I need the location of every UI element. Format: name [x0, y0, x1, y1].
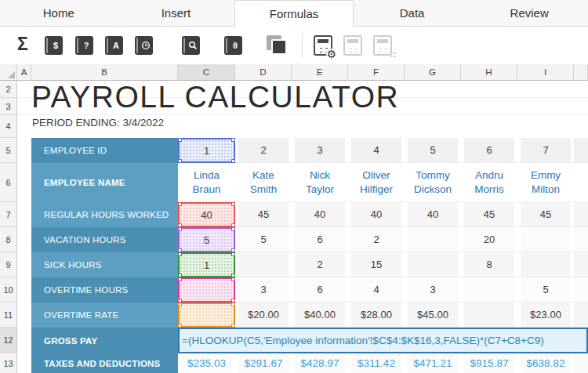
cell-i9[interactable]: [517, 252, 574, 277]
cell-f8[interactable]: 2: [348, 227, 405, 252]
label-employee-id[interactable]: EMPLOYEE ID: [31, 138, 178, 163]
lookup-reference-functions-icon[interactable]: [182, 36, 200, 55]
cell-d8[interactable]: 5: [235, 227, 292, 252]
cell-d10[interactable]: 3: [235, 277, 292, 302]
cell-c8-range-highlight[interactable]: 5: [178, 227, 235, 252]
label-regular-hours[interactable]: REGULAR HOURS WORKED: [31, 202, 178, 227]
cell-i8[interactable]: [517, 227, 574, 252]
row-header-6[interactable]: 6: [0, 163, 17, 202]
label-overtime-hours[interactable]: OVERTIME HOURS: [31, 277, 178, 302]
label-sick-hours[interactable]: SICK HOURS: [31, 252, 178, 277]
cell-e7[interactable]: 40: [292, 202, 348, 227]
col-header-g[interactable]: G: [405, 64, 461, 81]
cell-h13[interactable]: $915.87: [461, 353, 517, 373]
formula-edit-cell-c12[interactable]: =(HLOOKUP(C5,'Employee information'!$C$4…: [178, 328, 588, 353]
label-taxes-deductions[interactable]: TAXES AND DEDUCTIONS: [31, 353, 178, 373]
col-header-d[interactable]: D: [235, 64, 292, 81]
cell-d13[interactable]: $291.67: [235, 353, 292, 373]
cell-h8[interactable]: 20: [461, 227, 517, 252]
logical-functions-icon[interactable]: ?: [75, 36, 93, 55]
cell-e8[interactable]: 6: [292, 227, 348, 252]
cell-i11[interactable]: $23.00: [517, 302, 574, 328]
tab-data[interactable]: Data: [354, 0, 471, 27]
cell-h9[interactable]: 8: [461, 252, 517, 277]
cell-g10[interactable]: 3: [405, 277, 461, 302]
cell-f7[interactable]: 40: [348, 202, 405, 227]
tab-home[interactable]: Home: [0, 0, 118, 27]
sheet-title[interactable]: PAYROLL CALCULATOR: [31, 80, 399, 114]
cell-f10[interactable]: 4: [348, 277, 405, 302]
cell-i6[interactable]: Emmy Milton: [517, 163, 574, 202]
cell-d11[interactable]: $20.00: [235, 302, 292, 328]
cell-h10[interactable]: [461, 277, 517, 302]
cell-i10[interactable]: 5: [517, 277, 574, 302]
cell-c9-range-highlight[interactable]: 1: [178, 252, 235, 277]
cell-c11-range-highlight[interactable]: [178, 302, 235, 328]
row-header-5[interactable]: 5: [0, 138, 17, 163]
autosum-icon[interactable]: Σ: [17, 34, 28, 55]
col-header-e[interactable]: E: [292, 64, 348, 81]
cell-d6[interactable]: Kate Smith: [235, 163, 292, 202]
tab-review[interactable]: Review: [470, 0, 588, 27]
cell-e11[interactable]: $40.00: [292, 302, 348, 328]
cell-d9[interactable]: [235, 252, 292, 277]
cell-e5[interactable]: 3: [292, 138, 348, 163]
cell-i13[interactable]: $638.82: [517, 353, 574, 373]
cell-c6[interactable]: Linda Braun: [178, 163, 235, 202]
cell-h6[interactable]: Andru Morris: [461, 163, 517, 202]
label-gross-pay[interactable]: GROSS PAY: [31, 328, 178, 353]
cell-h11[interactable]: [461, 302, 517, 328]
cell-e13[interactable]: $428.97: [292, 353, 348, 373]
cell-f11[interactable]: $28.00: [348, 302, 405, 328]
cell-f6[interactable]: Oliver Hilfiger: [348, 163, 405, 202]
cell-g11[interactable]: $45.00: [405, 302, 461, 328]
math-trig-functions-icon[interactable]: θ: [224, 36, 242, 55]
period-ending[interactable]: PERIOD ENDING: 3/4/2022: [32, 117, 164, 129]
cell-e9[interactable]: 2: [292, 252, 348, 277]
row-header-2[interactable]: 2: [0, 81, 17, 98]
active-cell-c5[interactable]: 1: [178, 138, 235, 163]
tab-insert[interactable]: Insert: [118, 0, 235, 27]
cell-e10[interactable]: 6: [292, 277, 348, 302]
cell-c10-range-highlight[interactable]: [178, 277, 235, 302]
selection-handle[interactable]: [231, 138, 235, 142]
calculation-options-icon[interactable]: ⚙: [314, 35, 332, 56]
col-header-b[interactable]: B: [31, 64, 178, 81]
cell-d7[interactable]: 45: [235, 202, 292, 227]
cell-c13[interactable]: $235.03: [178, 353, 235, 373]
text-functions-icon[interactable]: A: [105, 36, 123, 55]
cell-h7[interactable]: 45: [461, 202, 517, 227]
cell-g6[interactable]: Tommy Dickson: [405, 163, 461, 202]
date-time-functions-icon[interactable]: [135, 36, 153, 55]
selection-handle[interactable]: [178, 138, 182, 142]
row-header-4[interactable]: 4: [0, 115, 17, 138]
col-header-j-partial[interactable]: [574, 64, 588, 81]
tab-formulas[interactable]: Formulas: [234, 0, 354, 27]
row-header-8[interactable]: 8: [0, 227, 17, 252]
financial-functions-icon[interactable]: $: [45, 36, 63, 55]
cell-i5[interactable]: 7: [517, 138, 574, 163]
col-header-h[interactable]: H: [461, 64, 517, 81]
cell-f5[interactable]: 4: [348, 138, 405, 163]
cell-f9[interactable]: 15: [348, 252, 405, 277]
col-header-c[interactable]: C: [178, 64, 235, 81]
select-all-corner[interactable]: [0, 64, 17, 81]
cell-h5[interactable]: 6: [461, 138, 517, 163]
col-header-i[interactable]: I: [517, 64, 574, 81]
cell-d5[interactable]: 2: [235, 138, 292, 163]
cell-g9[interactable]: [405, 252, 461, 277]
cell-g7[interactable]: 40: [405, 202, 461, 227]
col-header-a[interactable]: A: [17, 64, 31, 81]
row-header-7[interactable]: 7: [0, 202, 17, 227]
cell-i7[interactable]: 45: [517, 202, 574, 227]
row-header-11[interactable]: 11: [0, 302, 17, 328]
selection-handle[interactable]: [178, 159, 182, 163]
more-functions-icon[interactable]: [267, 35, 288, 56]
selection-handle[interactable]: [231, 159, 235, 163]
row-header-10[interactable]: 10: [0, 277, 17, 302]
cell-c7-range-highlight[interactable]: 40: [178, 202, 235, 227]
label-overtime-rate[interactable]: OVERTIME RATE: [31, 302, 178, 328]
cell-f13[interactable]: $311.42: [348, 353, 405, 373]
row-header-13[interactable]: 13: [0, 353, 17, 373]
label-vacation-hours[interactable]: VACATION HOURS: [31, 227, 178, 252]
